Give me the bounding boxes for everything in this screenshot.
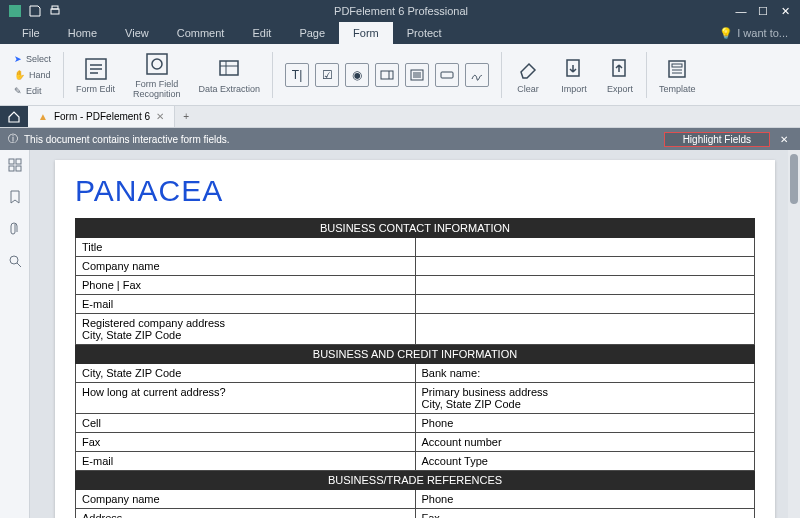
field-label: Bank name: bbox=[415, 364, 755, 383]
attachments-icon[interactable] bbox=[9, 222, 21, 236]
new-tab-button[interactable]: + bbox=[175, 111, 197, 122]
svg-rect-1 bbox=[51, 9, 59, 14]
separator bbox=[272, 52, 273, 98]
form-field-recognition-icon bbox=[143, 50, 171, 78]
svg-rect-7 bbox=[381, 71, 393, 79]
export-icon bbox=[606, 55, 634, 83]
vertical-scrollbar[interactable] bbox=[788, 150, 800, 518]
edit-label: Edit bbox=[26, 86, 42, 96]
bulb-icon: 💡 bbox=[719, 27, 733, 40]
scrollbar-thumb[interactable] bbox=[790, 154, 798, 204]
eraser-icon bbox=[514, 55, 542, 83]
menu-comment[interactable]: Comment bbox=[163, 22, 239, 44]
import-button[interactable]: Import bbox=[554, 48, 594, 101]
field-input[interactable] bbox=[415, 257, 755, 276]
thumbnails-icon[interactable] bbox=[8, 158, 22, 172]
bookmarks-icon[interactable] bbox=[9, 190, 21, 204]
export-label: Export bbox=[607, 85, 633, 95]
separator bbox=[501, 52, 502, 98]
select-tool[interactable]: ➤Select bbox=[14, 51, 51, 67]
field-label: Company name bbox=[76, 490, 416, 509]
field-label: Cell bbox=[76, 414, 416, 433]
svg-point-18 bbox=[10, 256, 18, 264]
pencil-icon: ✎ bbox=[14, 86, 22, 96]
i-want-to[interactable]: 💡 I want to... bbox=[719, 27, 800, 40]
document-viewport[interactable]: PANACEA BUSINESS CONTACT INFORMATION Tit… bbox=[30, 150, 800, 518]
page: PANACEA BUSINESS CONTACT INFORMATION Tit… bbox=[55, 160, 775, 518]
data-extraction-icon bbox=[215, 55, 243, 83]
document-tab[interactable]: ▲ Form - PDFelement 6 ✕ bbox=[28, 106, 175, 127]
select-label: Select bbox=[26, 54, 51, 64]
field-label: Registered company address City, State Z… bbox=[76, 314, 416, 345]
home-button[interactable] bbox=[0, 106, 28, 127]
info-close-button[interactable]: ✕ bbox=[776, 134, 792, 145]
form-table: BUSINESS CONTACT INFORMATION Title Compa… bbox=[75, 218, 755, 518]
menu-home[interactable]: Home bbox=[54, 22, 111, 44]
menu-bar: File Home View Comment Edit Page Form Pr… bbox=[0, 22, 800, 44]
button-tool[interactable] bbox=[435, 63, 459, 87]
list-tool[interactable] bbox=[405, 63, 429, 87]
radio-tool[interactable]: ◉ bbox=[345, 63, 369, 87]
section-header: BUSINESS/TRADE REFERENCES bbox=[76, 471, 755, 490]
cursor-icon: ➤ bbox=[14, 54, 22, 64]
save-icon[interactable] bbox=[28, 4, 42, 18]
search-icon[interactable] bbox=[8, 254, 22, 268]
field-input[interactable] bbox=[415, 276, 755, 295]
print-icon[interactable] bbox=[48, 4, 62, 18]
svg-rect-14 bbox=[9, 159, 14, 164]
clear-label: Clear bbox=[517, 85, 539, 95]
field-input[interactable] bbox=[415, 238, 755, 257]
field-input[interactable] bbox=[415, 314, 755, 345]
menu-view[interactable]: View bbox=[111, 22, 163, 44]
highlight-fields-button[interactable]: Highlight Fields bbox=[664, 132, 770, 147]
field-label: Fax bbox=[76, 433, 416, 452]
close-window-button[interactable]: ✕ bbox=[776, 5, 794, 18]
text-field-tool[interactable]: T| bbox=[285, 63, 309, 87]
combo-tool[interactable] bbox=[375, 63, 399, 87]
form-edit-icon bbox=[82, 55, 110, 83]
title-bar: PDFelement 6 Professional — ☐ ✕ bbox=[0, 0, 800, 22]
hand-label: Hand bbox=[29, 70, 51, 80]
svg-rect-17 bbox=[16, 166, 21, 171]
hand-tool[interactable]: ✋Hand bbox=[14, 67, 51, 83]
edit-tool[interactable]: ✎Edit bbox=[14, 83, 42, 99]
menu-file[interactable]: File bbox=[8, 22, 54, 44]
form-field-recognition-button[interactable]: Form Field Recognition bbox=[127, 48, 187, 101]
export-button[interactable]: Export bbox=[600, 48, 640, 101]
template-label: Template bbox=[659, 85, 696, 95]
maximize-button[interactable]: ☐ bbox=[754, 5, 772, 18]
tab-close-button[interactable]: ✕ bbox=[156, 111, 164, 122]
import-label: Import bbox=[561, 85, 587, 95]
svg-rect-0 bbox=[9, 5, 21, 17]
separator bbox=[646, 52, 647, 98]
hand-icon: ✋ bbox=[14, 70, 25, 80]
svg-rect-4 bbox=[147, 54, 167, 74]
minimize-button[interactable]: — bbox=[732, 5, 750, 18]
checkbox-tool[interactable]: ☑ bbox=[315, 63, 339, 87]
menu-edit[interactable]: Edit bbox=[238, 22, 285, 44]
menu-protect[interactable]: Protect bbox=[393, 22, 456, 44]
clear-button[interactable]: Clear bbox=[508, 48, 548, 101]
svg-rect-15 bbox=[16, 159, 21, 164]
form-field-recognition-label: Form Field Recognition bbox=[133, 80, 181, 100]
data-extraction-button[interactable]: Data Extraction bbox=[193, 48, 267, 101]
template-button[interactable]: Template bbox=[653, 48, 702, 101]
field-input[interactable] bbox=[415, 295, 755, 314]
brand-heading: PANACEA bbox=[75, 174, 755, 208]
data-extraction-label: Data Extraction bbox=[199, 85, 261, 95]
form-edit-label: Form Edit bbox=[76, 85, 115, 95]
field-label: Fax bbox=[415, 509, 755, 519]
app-logo-icon[interactable] bbox=[8, 4, 22, 18]
form-edit-button[interactable]: Form Edit bbox=[70, 48, 121, 101]
menu-form[interactable]: Form bbox=[339, 22, 393, 44]
field-tools-group: T| ☑ ◉ bbox=[279, 48, 495, 101]
field-label: Company name bbox=[76, 257, 416, 276]
tab-label: Form - PDFelement 6 bbox=[54, 111, 150, 122]
svg-point-5 bbox=[152, 59, 162, 69]
svg-rect-13 bbox=[672, 64, 682, 67]
main-area: PANACEA BUSINESS CONTACT INFORMATION Tit… bbox=[0, 150, 800, 518]
template-icon bbox=[663, 55, 691, 83]
field-label: E-mail bbox=[76, 295, 416, 314]
menu-page[interactable]: Page bbox=[285, 22, 339, 44]
signature-tool[interactable] bbox=[465, 63, 489, 87]
